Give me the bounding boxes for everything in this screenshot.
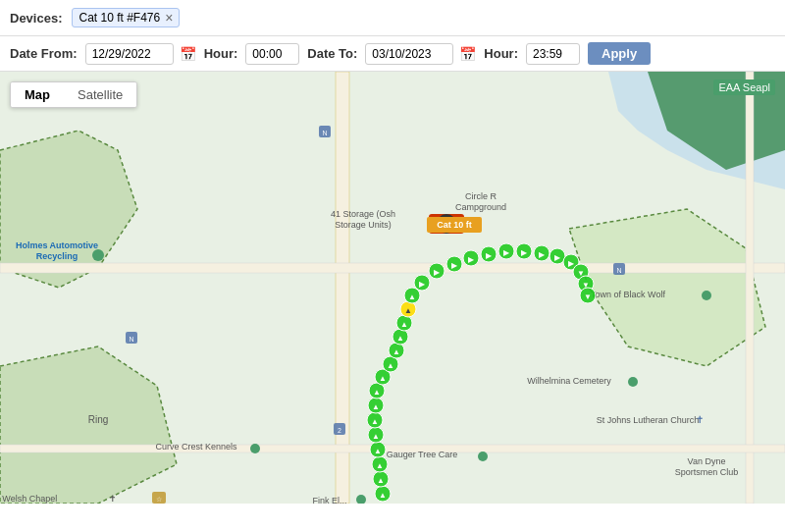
map-container: 2 N N N Holmes Automotive Recycling 41 S… [0, 72, 785, 504]
device-tag-close-icon[interactable]: × [165, 11, 173, 25]
svg-text:▶: ▶ [468, 255, 475, 264]
svg-point-21 [702, 291, 711, 300]
svg-text:▶: ▶ [554, 253, 561, 262]
hour-to-label: Hour: [484, 46, 518, 61]
svg-text:▶: ▶ [539, 250, 546, 259]
svg-text:▲: ▲ [387, 361, 394, 370]
svg-rect-1 [336, 72, 349, 504]
svg-text:Circle R: Circle R [465, 191, 497, 201]
svg-text:▲: ▲ [376, 461, 384, 470]
svg-text:Fink El...: Fink El... [312, 496, 346, 504]
svg-text:▲: ▲ [373, 388, 381, 397]
svg-text:Wilhelmina Cemetery: Wilhelmina Cemetery [527, 376, 611, 386]
apply-button[interactable]: Apply [588, 42, 651, 65]
date-to-label: Date To: [307, 46, 357, 61]
svg-text:Sportsmen Club: Sportsmen Club [675, 467, 739, 477]
map-svg: 2 N N N Holmes Automotive Recycling 41 S… [0, 72, 785, 504]
svg-text:▲: ▲ [379, 491, 387, 500]
device-tag: Cat 10 ft #F476 × [72, 8, 180, 27]
eaa-label: EAA Seapl [713, 80, 775, 95]
svg-text:▶: ▶ [568, 259, 575, 268]
svg-text:Campground: Campground [455, 202, 506, 212]
svg-text:2: 2 [338, 427, 341, 434]
svg-text:☆: ☆ [156, 496, 162, 503]
hour-from-input[interactable] [245, 43, 299, 65]
svg-text:Curve Crest Kennels: Curve Crest Kennels [155, 442, 237, 452]
svg-text:✝: ✝ [109, 494, 117, 504]
filter-bar: Date From: 📅 Hour: Date To: 📅 Hour: Appl… [0, 36, 785, 72]
svg-text:▲: ▲ [374, 447, 382, 455]
svg-text:▶: ▶ [434, 268, 441, 277]
svg-text:▶: ▶ [503, 248, 510, 257]
svg-text:▲: ▲ [379, 374, 387, 383]
svg-text:▲: ▲ [377, 476, 385, 485]
svg-text:▲: ▲ [400, 320, 408, 329]
svg-point-24 [250, 444, 260, 453]
svg-text:▶: ▶ [486, 251, 493, 260]
date-from-label: Date From: [10, 46, 78, 61]
devices-label: Devices: [10, 11, 62, 26]
svg-text:▲: ▲ [372, 402, 380, 411]
svg-text:▲: ▲ [392, 347, 400, 356]
svg-point-15 [92, 249, 104, 261]
date-from-input[interactable] [85, 43, 174, 65]
svg-text:✝: ✝ [696, 414, 704, 425]
svg-text:Cat 10 ft: Cat 10 ft [437, 220, 472, 230]
svg-text:▶: ▶ [419, 280, 426, 289]
svg-text:Holmes Automotive: Holmes Automotive [16, 240, 98, 250]
hour-to-input[interactable] [526, 43, 580, 65]
svg-text:Recycling: Recycling [36, 251, 78, 261]
map-type-toggle: Map Satellite [10, 81, 137, 108]
svg-text:Storage Units): Storage Units) [335, 220, 392, 230]
svg-text:▼: ▼ [584, 293, 592, 301]
svg-text:▲: ▲ [396, 334, 404, 343]
svg-text:▶: ▶ [451, 261, 458, 270]
svg-text:Gauger Tree Care: Gauger Tree Care [387, 450, 458, 459]
svg-text:▲: ▲ [404, 306, 412, 315]
svg-text:N: N [322, 130, 327, 136]
calendar-from-icon[interactable]: 📅 [180, 46, 196, 62]
devices-toolbar: Devices: Cat 10 ft #F476 × [0, 0, 785, 36]
svg-rect-3 [746, 72, 754, 504]
svg-text:niel Welsh Chapel: niel Welsh Chapel [0, 494, 57, 504]
device-tag-text: Cat 10 ft #F476 [78, 11, 160, 25]
svg-text:▲: ▲ [371, 417, 379, 426]
svg-point-26 [478, 452, 488, 461]
svg-text:Van Dyne: Van Dyne [688, 456, 726, 466]
svg-rect-2 [0, 263, 785, 273]
svg-text:▲: ▲ [372, 432, 380, 441]
svg-text:Ring: Ring [88, 414, 109, 425]
svg-text:Town of Black Wolf: Town of Black Wolf [591, 290, 665, 299]
svg-text:St Johns Lutheran Church: St Johns Lutheran Church [597, 415, 700, 425]
svg-text:41 Storage (Osh: 41 Storage (Osh [331, 209, 395, 219]
map-view-button[interactable]: Map [11, 82, 64, 107]
date-to-input[interactable] [365, 43, 453, 65]
svg-point-30 [628, 377, 638, 387]
svg-text:N: N [616, 267, 621, 274]
svg-text:▶: ▶ [521, 248, 528, 257]
calendar-to-icon[interactable]: 📅 [459, 46, 476, 62]
svg-text:▲: ▲ [408, 293, 416, 301]
satellite-view-button[interactable]: Satellite [64, 82, 136, 107]
hour-from-label: Hour: [204, 46, 238, 61]
svg-text:N: N [129, 336, 133, 343]
